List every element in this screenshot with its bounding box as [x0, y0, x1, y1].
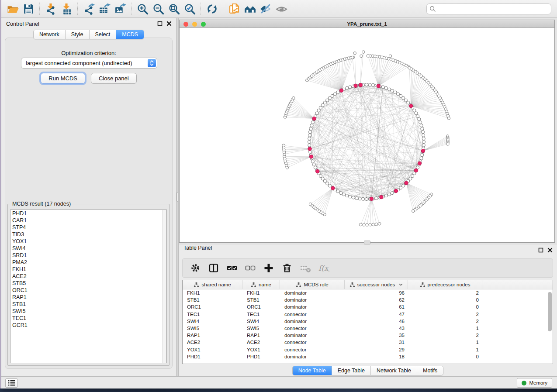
desktop: Control Panel NetworkStyleSelectMCDS Opt… [0, 0, 557, 392]
run-mcds-button[interactable]: Run MCDS [41, 73, 85, 84]
open-button[interactable] [5, 1, 21, 16]
tab-mcds[interactable]: MCDS [116, 30, 144, 39]
zoom-selected-button[interactable] [182, 1, 197, 16]
maximize-window-button[interactable] [201, 22, 206, 27]
export-image-button[interactable] [112, 1, 128, 16]
import-table-button[interactable] [59, 1, 74, 16]
criterion-dropdown-value: largest connected component (undirected) [26, 60, 132, 66]
result-node-item[interactable]: SWI5 [10, 308, 166, 315]
search-icon [429, 6, 436, 12]
toolbar-separator [201, 3, 201, 15]
result-node-item[interactable]: ACE2 [10, 273, 166, 280]
result-node-item[interactable]: FKH1 [10, 266, 166, 273]
tab-network[interactable]: Network [34, 30, 66, 39]
result-node-item[interactable]: YOX1 [10, 238, 166, 245]
tab-motifs[interactable]: Motifs [417, 366, 443, 375]
table-row[interactable]: SWI4SWI4dominator462 [183, 318, 553, 325]
cell-predecessor-nodes: 1 [408, 339, 482, 346]
result-node-item[interactable]: ORC1 [10, 287, 166, 294]
hide-selected-button[interactable] [258, 1, 273, 16]
node-table: shared namenameMCDS rolesuccessor nodesp… [182, 280, 553, 364]
select-all-button[interactable] [224, 260, 240, 276]
result-node-item[interactable]: PHD1 [10, 210, 166, 217]
delete-column-button[interactable] [279, 260, 295, 276]
float-table-panel-icon[interactable] [538, 248, 543, 253]
result-node-item[interactable]: PMA2 [10, 259, 166, 266]
first-neighbors-button[interactable] [242, 1, 258, 16]
cell-shared-name: STB1 [183, 296, 242, 303]
column-header-predecessor-nodes[interactable]: predecessor nodes [408, 280, 482, 289]
table-row[interactable]: STB1STB1dominator620 [183, 296, 553, 303]
cell-successor-nodes: 18 [345, 353, 408, 360]
add-column-button[interactable] [260, 260, 277, 276]
result-node-item[interactable]: STB5 [10, 280, 166, 287]
table-row[interactable]: RAP1RAP1dominator352 [183, 332, 553, 339]
network-window-titlebar: YPA_prune.txt_1 [180, 20, 554, 28]
result-node-item[interactable]: STB1 [10, 301, 166, 308]
result-list-scrollbar[interactable] [162, 210, 166, 363]
tab-node-table[interactable]: Node Table [293, 366, 332, 375]
search-input[interactable] [426, 3, 551, 14]
show-all-button[interactable] [273, 1, 289, 16]
table-scrollbar-thumb[interactable] [548, 292, 552, 331]
clear-table-button[interactable] [297, 260, 314, 276]
tab-network-table[interactable]: Network Table [371, 366, 417, 375]
column-header-name[interactable]: name [242, 280, 280, 289]
close-panel-icon[interactable] [166, 21, 172, 26]
table-row[interactable]: SWI5SWI5connector431 [183, 325, 553, 332]
tab-style[interactable]: Style [66, 30, 90, 39]
table-settings-button[interactable] [187, 260, 204, 276]
cell-name: ACE2 [242, 339, 280, 346]
network-graph[interactable] [180, 28, 554, 242]
cell-MCDS-role: dominator [280, 303, 345, 310]
tab-edge-table[interactable]: Edge Table [332, 366, 371, 375]
column-header-successor-nodes[interactable]: successor nodes [345, 280, 408, 289]
table-row[interactable]: ACE2ACE2connector311 [183, 339, 553, 346]
split-columns-button[interactable] [205, 260, 222, 276]
column-header-MCDS-role[interactable]: MCDS role [280, 280, 345, 289]
result-node-item[interactable]: TID3 [10, 231, 166, 238]
table-panel-title: Table Panel [179, 245, 212, 251]
table-row[interactable]: ORC1ORC1dominator610 [183, 303, 553, 310]
zoom-in-button[interactable] [135, 1, 150, 16]
control-panel-title: Control Panel [1, 21, 39, 27]
import-network-button[interactable] [43, 1, 59, 16]
column-header-shared-name[interactable]: shared name [183, 280, 242, 289]
deselect-all-button[interactable] [242, 260, 259, 276]
vertical-splitter-grip[interactable] [176, 192, 178, 202]
close-window-button[interactable] [183, 22, 188, 27]
close-table-panel-icon[interactable] [547, 248, 553, 253]
table-row[interactable]: TEC1TEC1connector472 [183, 311, 553, 318]
result-node-item[interactable]: SWI4 [10, 245, 166, 252]
duplicate-network-button[interactable] [226, 1, 242, 16]
table-panel: Table Panel f(x) shared namenameMCDS rol… [179, 245, 557, 376]
cell-shared-name: YOX1 [183, 346, 242, 353]
result-node-item[interactable]: CAR1 [10, 217, 166, 224]
save-button[interactable] [21, 1, 36, 16]
horizontal-splitter-grip[interactable] [364, 241, 370, 244]
result-node-item[interactable]: SRD1 [10, 252, 166, 259]
tab-select[interactable]: Select [90, 30, 117, 39]
float-panel-icon[interactable] [157, 21, 163, 26]
result-node-item[interactable]: GCR1 [10, 322, 166, 329]
result-node-item[interactable]: STP4 [10, 224, 166, 231]
table-row[interactable]: YOX1YOX1connector291 [183, 346, 553, 353]
export-network-button[interactable] [81, 1, 97, 16]
task-history-button[interactable] [5, 378, 18, 388]
cell-MCDS-role: dominator [280, 289, 345, 296]
close-panel-button[interactable]: Close panel [91, 73, 137, 84]
export-table-button[interactable] [97, 1, 112, 16]
table-row[interactable]: PHD1PHD1dominator180 [183, 353, 553, 360]
minimize-window-button[interactable] [192, 22, 197, 27]
zoom-fit-button[interactable] [166, 1, 182, 16]
refresh-button[interactable] [204, 1, 220, 16]
zoom-out-button[interactable] [150, 1, 166, 16]
table-row[interactable]: FKH1FKH1dominator962 [183, 289, 553, 296]
result-node-item[interactable]: TEC1 [10, 315, 166, 322]
function-builder-button[interactable]: f(x) [315, 260, 332, 276]
toolbar-separator [131, 3, 131, 15]
criterion-dropdown[interactable]: largest connected component (undirected) [21, 58, 157, 69]
memory-button[interactable]: Memory [517, 378, 552, 388]
import-table-icon [61, 3, 73, 15]
result-node-item[interactable]: RAP1 [10, 294, 166, 301]
